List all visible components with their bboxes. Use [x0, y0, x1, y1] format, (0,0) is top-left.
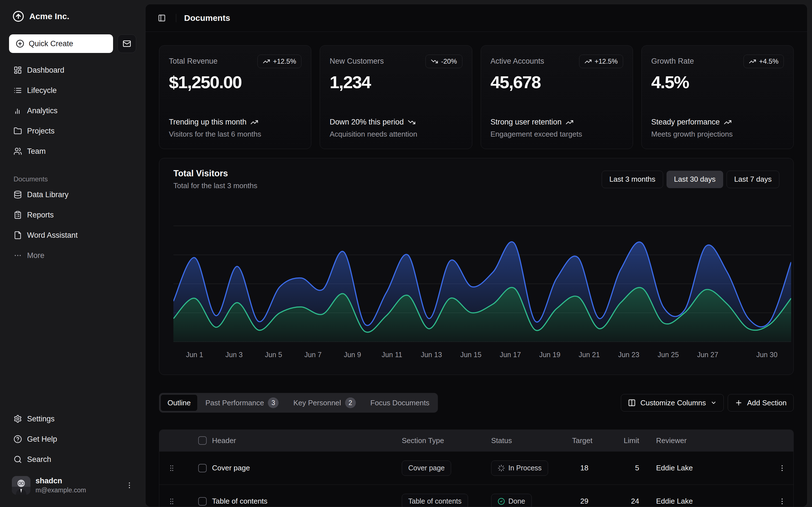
sidebar-toggle-button[interactable]	[156, 12, 168, 24]
tab-focus-documents[interactable]: Focus Documents	[363, 394, 437, 411]
column-header: Reviewer	[651, 436, 771, 445]
user-meta: shadcn m@example.com	[36, 476, 86, 494]
sidebar-item-label: Data Library	[27, 190, 68, 199]
stat-footer-sub: Engagement exceed targets	[491, 130, 623, 138]
sidebar-item-analytics[interactable]: Analytics	[9, 101, 136, 120]
column-header: Limit	[606, 436, 651, 445]
chart-subtitle: Total for the last 3 months	[173, 181, 257, 190]
row-name[interactable]: Cover page	[209, 464, 397, 472]
panel-left-icon	[158, 14, 166, 22]
x-axis-tick: Jun 23	[618, 351, 639, 359]
trending-down-icon	[408, 118, 416, 126]
status-badge: Done	[491, 494, 532, 507]
column-header: Header	[209, 436, 397, 445]
stat-card-growth-rate: Growth Rate +4.5% 4.5% Steady performanc…	[642, 45, 794, 149]
user-menu[interactable]: shadcn m@example.com	[9, 474, 136, 497]
stat-label: Active Accounts	[491, 55, 545, 66]
page-title: Documents	[184, 13, 230, 23]
drag-handle[interactable]	[159, 497, 184, 505]
sidebar-item-label: Word Assistant	[27, 231, 78, 240]
sidebar-item-lifecycle[interactable]: Lifecycle	[9, 81, 136, 100]
inbox-button[interactable]	[117, 34, 136, 53]
users-icon	[13, 147, 22, 156]
main-content: Total Revenue +12.5% $1,250.00 Trending …	[146, 32, 807, 507]
row-limit[interactable]: 24	[606, 497, 651, 506]
stat-footer-sub: Acquisition needs attention	[329, 130, 462, 138]
sidebar-item-get-help[interactable]: Get Help	[9, 430, 136, 448]
x-axis-tick: Jun 21	[578, 351, 600, 359]
x-axis-tick: Jun 19	[539, 351, 560, 359]
column-header: Status	[488, 436, 572, 445]
quick-create-button[interactable]: Quick Create	[9, 34, 113, 53]
x-axis-tick: Jun 7	[304, 351, 321, 359]
range-button-30-days[interactable]: Last 30 days	[666, 171, 723, 188]
status-label: In Process	[508, 464, 542, 472]
tab-outline[interactable]: Outline	[160, 394, 198, 411]
sidebar-item-projects[interactable]: Projects	[9, 122, 136, 140]
x-axis-tick: Jun 1	[186, 351, 203, 359]
columns-icon	[628, 399, 636, 407]
sidebar-item-label: Dashboard	[27, 66, 64, 75]
trend-badge: +12.5%	[579, 55, 623, 68]
sidebar-item-dashboard[interactable]: Dashboard	[9, 61, 136, 79]
x-axis-tick: Jun 13	[421, 351, 442, 359]
row-checkbox[interactable]	[198, 497, 207, 506]
row-name[interactable]: Table of contents	[209, 497, 397, 506]
trend-badge-value: +4.5%	[759, 57, 778, 65]
list-icon	[13, 86, 22, 95]
sidebar-item-team[interactable]: Team	[9, 142, 136, 161]
gear-icon	[13, 414, 22, 423]
tab-past-performance[interactable]: Past Performance 3	[198, 394, 286, 411]
customize-columns-button[interactable]: Customize Columns	[621, 394, 724, 411]
table-toolbar: Outline Past Performance 3 Key Personnel…	[159, 393, 794, 413]
dashboard-icon	[13, 66, 22, 74]
trending-up-icon	[585, 58, 592, 65]
trending-up-icon	[749, 58, 756, 65]
row-checkbox[interactable]	[198, 464, 207, 472]
table-row: Table of contents Table of contents Done…	[159, 485, 794, 507]
sidebar-item-settings[interactable]: Settings	[9, 409, 136, 428]
column-header: Section Type	[397, 436, 488, 445]
sidebar-item-more[interactable]: More	[9, 246, 136, 265]
row-menu-button[interactable]	[778, 497, 786, 505]
stat-value: 4.5%	[651, 72, 784, 92]
sidebar-item-reports[interactable]: Reports	[9, 206, 136, 224]
row-target[interactable]: 18	[572, 464, 606, 472]
trending-up-icon	[250, 118, 258, 126]
x-axis-tick: Jun 11	[382, 351, 402, 359]
sidebar-item-data-library[interactable]: Data Library	[9, 185, 136, 204]
area-chart: Jun 1Jun 3Jun 5Jun 7Jun 9Jun 11Jun 13Jun…	[173, 197, 791, 361]
tab-label: Outline	[167, 399, 191, 407]
stat-footer-sub: Meets growth projections	[651, 130, 784, 138]
sidebar-item-search[interactable]: Search	[9, 450, 136, 469]
user-email: m@example.com	[36, 487, 86, 494]
sidebar-item-label: Reports	[27, 211, 54, 219]
tab-key-personnel[interactable]: Key Personnel 2	[286, 394, 363, 411]
range-button-3-months[interactable]: Last 3 months	[602, 171, 663, 188]
org-switcher[interactable]: Acme Inc.	[9, 7, 136, 25]
x-axis-tick: Jun 17	[500, 351, 521, 359]
range-button-7-days[interactable]: Last 7 days	[726, 171, 779, 188]
select-all-checkbox[interactable]	[198, 436, 207, 445]
sidebar: Acme Inc. Quick Create Dashboard Lifecyc…	[0, 0, 145, 507]
sidebar-item-word-assistant[interactable]: Word Assistant	[9, 226, 136, 244]
trend-badge: +4.5%	[744, 55, 784, 68]
section-type-badge: Cover page	[402, 460, 451, 476]
row-limit[interactable]: 5	[606, 464, 651, 472]
row-target[interactable]: 29	[572, 497, 606, 506]
stat-card-total-revenue: Total Revenue +12.5% $1,250.00 Trending …	[159, 45, 311, 149]
add-section-button[interactable]: Add Section	[728, 394, 794, 411]
stat-label: New Customers	[329, 55, 384, 66]
plus-circle-icon	[16, 40, 24, 48]
row-reviewer[interactable]: Eddie Lake	[651, 497, 771, 506]
section-type-label: Cover page	[408, 464, 445, 472]
status-badge: In Process	[491, 460, 548, 476]
drag-handle[interactable]	[159, 464, 184, 472]
sidebar-footer-nav: Settings Get Help Search	[9, 409, 136, 469]
sidebar-section-label: Documents	[9, 173, 136, 185]
trend-badge: +12.5%	[257, 55, 301, 68]
row-reviewer[interactable]: Eddie Lake	[651, 464, 771, 472]
row-menu-button[interactable]	[778, 464, 786, 472]
stat-label: Total Revenue	[169, 55, 218, 66]
search-icon	[13, 455, 22, 464]
